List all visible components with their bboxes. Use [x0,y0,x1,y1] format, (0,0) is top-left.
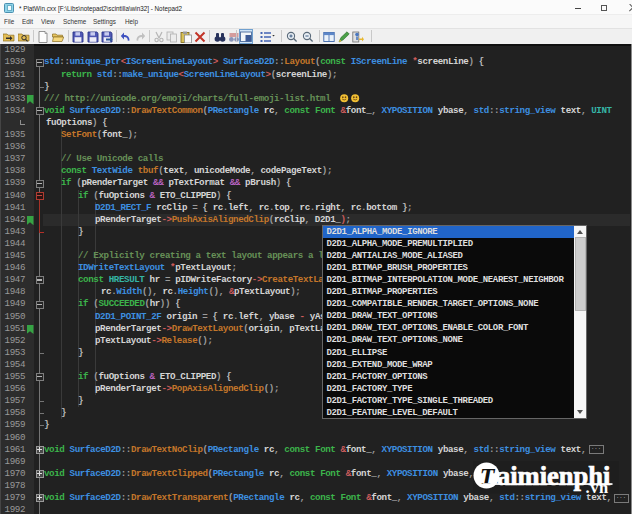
svg-text:.vn: .vn [586,478,609,497]
svg-text:T: T [480,463,496,489]
